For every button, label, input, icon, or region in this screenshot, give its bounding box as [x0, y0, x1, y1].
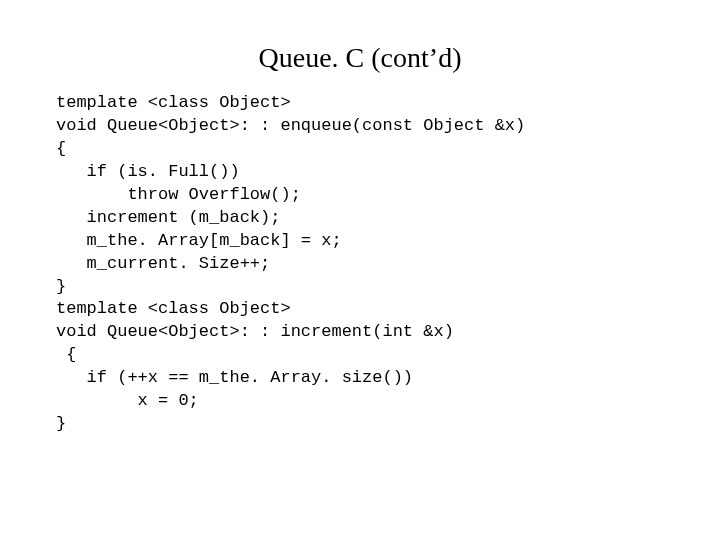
slide-title: Queue. C (cont’d) [0, 42, 720, 74]
code-block: template <class Object> void Queue<Objec… [56, 92, 720, 436]
slide: Queue. C (cont’d) template <class Object… [0, 42, 720, 540]
